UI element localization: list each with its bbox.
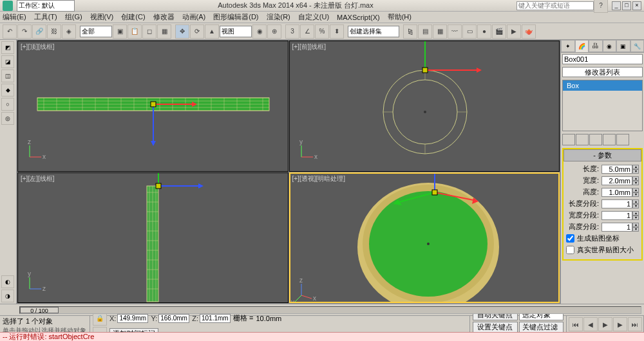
tab-utilities-icon[interactable]: 🔧 (630, 40, 645, 52)
stack-item-box[interactable]: Box (563, 80, 642, 91)
menu-group[interactable]: 组(G) (65, 12, 82, 22)
spin-up-icon[interactable]: ▴ (632, 211, 639, 216)
restore-button[interactable]: □ (622, 1, 631, 10)
rail-btn[interactable]: ◆ (1, 84, 14, 97)
y-input[interactable] (158, 314, 189, 323)
rail-btn[interactable]: ◐ (1, 275, 14, 288)
spin-down-icon[interactable]: ▾ (632, 181, 639, 185)
tab-hierarchy-icon[interactable]: 品 (589, 40, 603, 52)
spin-up-icon[interactable]: ▴ (632, 188, 639, 192)
align-icon[interactable]: ▤ (418, 24, 432, 39)
menu-views[interactable]: 视图(V) (90, 12, 114, 22)
viewport-top[interactable]: [+][顶][线框] xz (17, 41, 289, 172)
spin-down-icon[interactable]: ▾ (632, 216, 639, 220)
spin-up-icon[interactable]: ▴ (632, 199, 639, 204)
spin-down-icon[interactable]: ▾ (632, 227, 639, 232)
modifier-list-dropdown[interactable]: 修改器列表 (562, 67, 643, 77)
named-selection-dropdown[interactable] (348, 26, 399, 37)
spin-down-icon[interactable]: ▾ (632, 192, 639, 197)
goto-start-icon[interactable]: ⏮ (569, 317, 583, 331)
layers-icon[interactable]: ▦ (433, 24, 447, 39)
x-input[interactable] (117, 314, 148, 323)
tab-create-icon[interactable]: ✦ (561, 40, 575, 52)
select-region-icon[interactable]: ◻ (142, 24, 156, 39)
rail-btn[interactable]: ○ (1, 98, 14, 111)
schematic-icon[interactable]: ▭ (462, 24, 477, 39)
pin-stack-icon[interactable] (562, 134, 575, 145)
rotate-icon[interactable]: ⟳ (190, 24, 204, 39)
rail-btn[interactable]: ◑ (1, 290, 14, 302)
time-slider[interactable]: 0 / 100 (19, 306, 641, 314)
spin-up-icon[interactable]: ▴ (632, 165, 639, 169)
percent-snap-icon[interactable]: % (315, 24, 329, 39)
menu-modifiers[interactable]: 修改器 (153, 12, 175, 22)
prev-frame-icon[interactable]: ◀ (583, 317, 598, 331)
material-editor-icon[interactable]: ● (477, 24, 491, 39)
menu-customize[interactable]: 自定义(U) (298, 12, 329, 22)
workspace-dropdown[interactable] (17, 0, 75, 12)
unlink-icon[interactable]: ⛓ (47, 24, 61, 39)
viewport-perspective[interactable]: [+][透视][明暗处理] xyz (289, 172, 560, 304)
render-setup-icon[interactable]: 🎬 (492, 24, 506, 39)
minimize-button[interactable]: _ (612, 1, 621, 10)
menu-maxscript[interactable]: MAXScript(X) (337, 14, 380, 21)
menu-create[interactable]: 创建(C) (121, 12, 145, 22)
height-input[interactable] (601, 188, 632, 197)
spin-down-icon[interactable]: ▾ (632, 169, 639, 174)
help-icon[interactable]: ? (594, 0, 608, 13)
help-search-input[interactable] (516, 1, 594, 10)
link-icon[interactable]: 🔗 (32, 24, 46, 39)
snap-toggle-icon[interactable]: 3 (285, 24, 299, 39)
width-input[interactable] (601, 176, 632, 185)
gen-map-checkbox[interactable] (566, 234, 574, 243)
object-name-input[interactable] (562, 54, 643, 64)
spinner-snap-icon[interactable]: ⬍ (330, 24, 344, 39)
next-frame-icon[interactable]: ▶ (613, 317, 627, 331)
remove-modifier-icon[interactable] (603, 134, 616, 145)
rail-btn[interactable]: ◫ (1, 69, 14, 82)
spin-up-icon[interactable]: ▴ (632, 176, 639, 181)
tab-modify-icon[interactable]: 🌈 (575, 40, 589, 52)
viewport-left[interactable]: [+][左][线框] zy (17, 172, 289, 304)
length-input[interactable] (601, 165, 632, 174)
lseg-input[interactable] (601, 199, 632, 208)
undo-icon[interactable]: ↶ (3, 24, 17, 39)
hseg-input[interactable] (601, 223, 632, 232)
rail-btn[interactable]: ◪ (1, 55, 14, 68)
goto-end-icon[interactable]: ⏭ (628, 317, 642, 331)
z-input[interactable] (200, 314, 231, 323)
menu-tools[interactable]: 工具(T) (34, 12, 57, 22)
menu-help[interactable]: 帮助(H) (388, 12, 412, 22)
ref-coord-dropdown[interactable] (220, 26, 252, 37)
menu-grapheditors[interactable]: 图形编辑器(D) (213, 12, 258, 22)
render-frame-icon[interactable]: ▶ (507, 24, 521, 39)
wseg-input[interactable] (601, 211, 632, 220)
spin-down-icon[interactable]: ▾ (632, 204, 639, 208)
rail-btn[interactable]: ◩ (1, 41, 14, 54)
close-button[interactable]: × (632, 1, 641, 10)
selection-filter-dropdown[interactable] (80, 26, 112, 37)
menu-edit[interactable]: 编辑(E) (3, 12, 26, 22)
scale-icon[interactable]: ▲ (205, 24, 219, 39)
viewport-label[interactable]: [+][左][线框] (21, 174, 55, 183)
angle-snap-icon[interactable]: ∠ (300, 24, 314, 39)
rail-btn[interactable]: ◎ (1, 112, 14, 125)
rollout-header[interactable]: - 参数 (564, 149, 641, 161)
play-icon[interactable]: ▶ (598, 317, 612, 331)
modifier-stack[interactable]: Box (562, 80, 643, 131)
manipulate-icon[interactable]: ⊕ (267, 24, 281, 39)
select-by-name-icon[interactable]: 📋 (128, 24, 142, 39)
viewport-label[interactable]: [+][透视][明暗处理] (292, 174, 346, 183)
render-production-icon[interactable]: 🫖 (522, 24, 536, 39)
time-slider-thumb[interactable]: 0 / 100 (20, 307, 59, 313)
window-crossing-icon[interactable]: ▦ (157, 24, 171, 39)
move-icon[interactable]: ✥ (175, 24, 189, 39)
viewport-label[interactable]: [+][前][线框] (292, 42, 327, 51)
real-world-checkbox[interactable] (566, 246, 574, 254)
curve-editor-icon[interactable]: 〰 (448, 24, 462, 39)
spin-up-icon[interactable]: ▴ (632, 223, 639, 227)
mirror-icon[interactable]: ⧎ (403, 24, 417, 39)
select-icon[interactable]: ▣ (113, 24, 127, 39)
bind-icon[interactable]: ◈ (62, 24, 76, 39)
configure-sets-icon[interactable] (616, 134, 629, 145)
